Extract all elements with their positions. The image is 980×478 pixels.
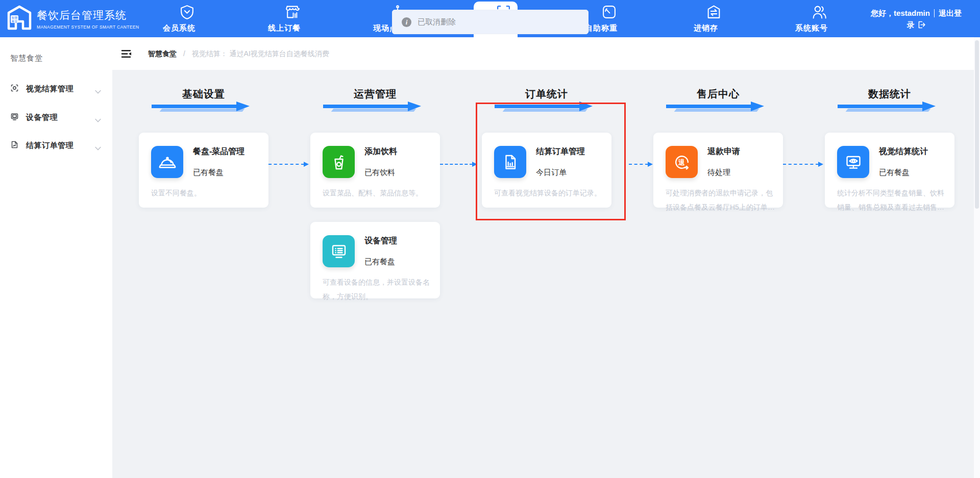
- column-title-after-sales: 售后中心: [667, 87, 769, 101]
- flow-connector-arrow: [629, 164, 648, 165]
- nav-label: 系统账号: [795, 23, 828, 33]
- card-subtitle: 待处理: [707, 168, 730, 178]
- device-menu-icon: [10, 112, 19, 123]
- flow-connector-arrow: [440, 164, 473, 165]
- card-add-drinks[interactable]: 添加饮料 已有饮料 设置菜品、配料、菜品信息等。: [310, 133, 440, 208]
- column-arrow: [323, 104, 425, 114]
- nav-online-order[interactable]: 线上订餐: [246, 0, 323, 37]
- nav-inventory[interactable]: 进销存: [668, 0, 744, 37]
- breadcrumb-separator: /: [183, 49, 185, 58]
- sidebar-collapse-icon[interactable]: [120, 48, 132, 62]
- nav-label: 会员系统: [163, 23, 195, 33]
- svg-text:食堂: 食堂: [12, 20, 18, 23]
- card-device-management[interactable]: 设备管理 已有餐盘 可查看设备的信息，并设置设备名称，方便识别。: [310, 222, 440, 298]
- sidebar-item-label: 视觉结算管理: [26, 84, 74, 94]
- info-icon: i: [402, 17, 411, 27]
- chevron-down-icon: [95, 87, 101, 96]
- nav-label: 线上订餐: [268, 23, 301, 33]
- column-title-data-stats: 数据统计: [839, 87, 941, 101]
- divider: [934, 9, 935, 17]
- card-description: 可处理消费者的退款申请记录，包括设备点餐及云餐厅H5上的订单…: [666, 186, 775, 214]
- column-title-basic-setup: 基础设置: [153, 87, 255, 101]
- card-subtitle: 今日订单: [536, 168, 567, 178]
- card-title: 视觉结算统计: [879, 146, 928, 157]
- svg-text:退: 退: [678, 158, 685, 166]
- toast-message: i 已取消删除: [392, 10, 589, 34]
- card-description: 可查看视觉结算设备的订单记录。: [494, 186, 603, 200]
- column-arrow: [838, 104, 940, 114]
- card-subtitle: 已有餐盘: [364, 257, 395, 267]
- sidebar-item-visual-settlement[interactable]: 视觉结算管理: [0, 78, 112, 100]
- breadcrumb-root[interactable]: 智慧食堂: [148, 49, 177, 58]
- toast-text: 已取消删除: [418, 17, 456, 27]
- card-visual-settlement-stats[interactable]: 视觉结算统计 已有餐盘 统计分析不同类型餐盘销量、饮料销量、销售总额及查看过去销…: [825, 133, 954, 208]
- card-settlement-order-management[interactable]: 结算订单管理 今日订单 可查看视觉结算设备的订单记录。: [482, 133, 611, 208]
- vertical-scrollbar[interactable]: [974, 37, 980, 478]
- logout-icon[interactable]: [917, 20, 926, 29]
- card-title: 结算订单管理: [536, 146, 585, 157]
- nav-system-account[interactable]: 系统账号: [773, 0, 850, 37]
- app-logo: 智慧 食堂 餐饮后台管理系统 MANAGEMENT SYSTEM OF SMAR…: [7, 5, 139, 33]
- card-plate-dish-management[interactable]: 餐盘-菜品管理 已有餐盘 设置不同餐盘。: [139, 133, 268, 208]
- nav-member-system[interactable]: 会员系统: [141, 0, 217, 37]
- drink-cup-icon: [323, 146, 355, 178]
- flow-connector-arrow: [268, 164, 304, 165]
- nav-label: 进销存: [694, 23, 718, 33]
- refund-icon: 退: [666, 146, 698, 178]
- card-title: 退款申请: [707, 146, 740, 157]
- column-title-operations: 运营管理: [324, 87, 426, 101]
- chevron-down-icon: [95, 143, 101, 153]
- page: 智慧 食堂 餐饮后台管理系统 MANAGEMENT SYSTEM OF SMAR…: [0, 0, 980, 478]
- card-subtitle: 已有饮料: [364, 168, 395, 178]
- app-subtitle: MANAGEMENT SYSTEM OF SMART CANTEEN: [37, 24, 139, 30]
- card-title: 添加饮料: [364, 146, 397, 157]
- sidebar-item-settlement-orders[interactable]: 结算订单管理: [0, 134, 112, 157]
- settlement-order-menu-icon: [10, 140, 19, 151]
- canteen-logo-icon: 智慧 食堂: [7, 5, 32, 33]
- nav-label: 自助称重: [585, 23, 618, 33]
- breadcrumb-bar: 智慧食堂 / 视觉结算： 通过AI视觉结算台自选餐线消费: [112, 37, 980, 70]
- card-subtitle: 已有餐盘: [879, 168, 910, 178]
- sidebar-item-label: 结算订单管理: [26, 141, 74, 150]
- column-arrow: [152, 104, 254, 114]
- cloche-plate-icon: [151, 146, 183, 178]
- card-description: 设置菜品、配料、菜品信息等。: [323, 186, 432, 200]
- app-title: 餐饮后台管理系统: [37, 8, 139, 22]
- user-block: 您好，testadmin退出登录: [868, 7, 965, 31]
- sidebar: 智慧食堂 视觉结算管理 设备管理: [0, 37, 112, 478]
- visual-stats-icon: [837, 146, 869, 178]
- chevron-down-icon: [95, 115, 101, 124]
- card-title: 餐盘-菜品管理: [193, 146, 244, 157]
- card-refund-request[interactable]: 退 退款申请 待处理 可处理消费者的退款申请记录，包括设备点餐及云餐厅H5上的订…: [653, 133, 783, 208]
- sidebar-item-device-management[interactable]: 设备管理: [0, 106, 112, 129]
- flow-content: 基础设置 运营管理 订单统计 售后中心 数据统计 餐盘-菜品管理: [112, 70, 980, 478]
- device-monitor-icon: [323, 235, 355, 267]
- column-title-order-stats: 订单统计: [496, 87, 598, 101]
- order-report-icon: [494, 146, 526, 178]
- sidebar-item-label: 设备管理: [26, 113, 58, 122]
- column-arrow: [666, 104, 768, 114]
- breadcrumb: 智慧食堂 / 视觉结算： 通过AI视觉结算台自选餐线消费: [148, 49, 329, 59]
- column-arrow: [495, 104, 597, 114]
- card-subtitle: 已有餐盘: [193, 168, 224, 178]
- flow-connector-arrow: [783, 164, 819, 165]
- visual-settlement-menu-icon: [10, 84, 19, 94]
- card-description: 设置不同餐盘。: [151, 186, 260, 200]
- svg-text:智慧: 智慧: [12, 16, 18, 20]
- scrollbar-thumb[interactable]: [975, 40, 979, 209]
- card-description: 统计分析不同类型餐盘销量、饮料销量、销售总额及查看过去销售…: [837, 186, 946, 214]
- breadcrumb-current: 视觉结算： 通过AI视觉结算台自选餐线消费: [192, 49, 329, 58]
- card-description: 可查看设备的信息，并设置设备名称，方便识别。: [323, 275, 432, 304]
- card-title: 设备管理: [364, 236, 397, 246]
- sidebar-title: 智慧食堂: [10, 54, 43, 63]
- user-greeting: 您好，testadmin: [871, 9, 930, 17]
